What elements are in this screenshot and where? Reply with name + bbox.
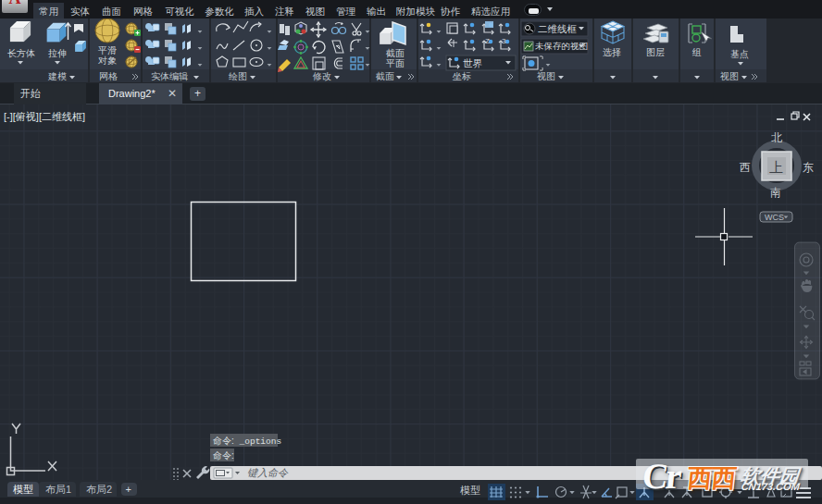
svg-text:平面: 平面 (386, 58, 405, 68)
svg-text:布局1: 布局1 (45, 484, 71, 495)
svg-text:北: 北 (771, 131, 782, 144)
svg-text:布局2: 布局2 (86, 484, 112, 495)
svg-text:基点: 基点 (730, 49, 749, 59)
svg-text:图层: 图层 (646, 47, 665, 57)
svg-text:上: 上 (769, 159, 783, 175)
svg-text:模型: 模型 (460, 485, 480, 496)
svg-text:截面: 截面 (385, 48, 405, 58)
svg-text:命令:: 命令: (213, 450, 234, 461)
svg-text:对象: 对象 (98, 55, 117, 66)
svg-text:绘图: 绘图 (229, 71, 247, 81)
svg-text:东: 东 (803, 161, 814, 174)
svg-text:世界: 世界 (463, 57, 482, 68)
svg-text:命令: _options: 命令: _options (213, 436, 281, 447)
svg-text:拉伸: 拉伸 (48, 48, 67, 58)
svg-text:实体编辑: 实体编辑 (151, 71, 188, 81)
svg-text:选择: 选择 (603, 47, 621, 57)
svg-text:修改: 修改 (312, 71, 331, 81)
svg-text:二维线框: 二维线框 (538, 23, 578, 34)
svg-text:截面: 截面 (375, 71, 394, 81)
svg-text:建模: 建模 (47, 71, 67, 81)
svg-text:南: 南 (770, 186, 781, 199)
svg-text:坐标: 坐标 (452, 71, 471, 81)
svg-text:组: 组 (691, 47, 702, 57)
svg-text:Z: Z (485, 37, 490, 45)
svg-text:键入命令: 键入命令 (247, 467, 289, 478)
svg-text:3: 3 (502, 37, 506, 45)
svg-text:+: + (126, 484, 131, 495)
svg-text:WCS: WCS (765, 213, 784, 222)
svg-text:长方体: 长方体 (7, 48, 35, 58)
svg-text:平滑: 平滑 (98, 45, 117, 55)
svg-text:[-][俯视][二维线框]: [-][俯视][二维线框] (4, 111, 85, 122)
svg-text:视图: 视图 (537, 71, 555, 81)
svg-text:西: 西 (740, 161, 751, 174)
svg-text:视图: 视图 (720, 71, 739, 81)
svg-text:网格: 网格 (99, 71, 118, 81)
svg-text:模型: 模型 (13, 484, 33, 495)
